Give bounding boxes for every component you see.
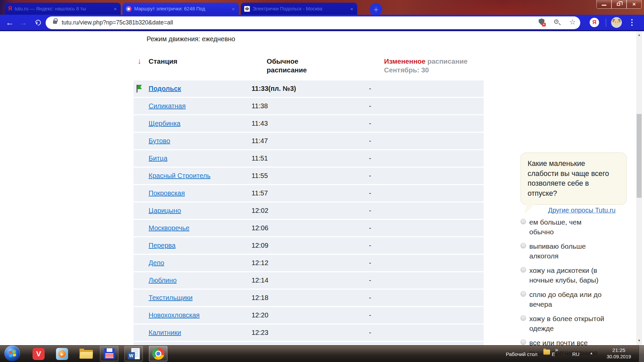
changed-time-cell: -: [369, 172, 371, 180]
scrollbar-up-icon[interactable]: ▲: [636, 32, 642, 38]
tab-yandex-search[interactable]: Я tutu.ru — Яндекс: нашлось 8 ты ×: [5, 3, 121, 15]
poll-option-label[interactable]: хожу в более открытой одежде: [529, 314, 607, 333]
folder-art: [79, 352, 93, 359]
taskbar-media-player-icon[interactable]: ▶: [56, 348, 68, 360]
table-row-partial: [133, 342, 484, 345]
radio-button-icon[interactable]: [521, 340, 526, 345]
show-desktop-button[interactable]: [639, 345, 644, 362]
radio-button-icon[interactable]: [521, 291, 526, 297]
avatar-art: [615, 22, 616, 22]
station-link[interactable]: Бутово: [149, 137, 170, 144]
station-link[interactable]: Царицыно: [149, 207, 181, 214]
changed-time-cell: -: [369, 155, 371, 162]
taskbar-clock[interactable]: 21:25 30.09.2019: [602, 347, 636, 360]
new-tab-button[interactable]: +: [370, 3, 382, 16]
restore-button[interactable]: [611, 0, 627, 9]
toolbar-separator: [606, 18, 606, 27]
menu-dots-icon[interactable]: [631, 19, 633, 27]
lock-icon[interactable]: [53, 20, 57, 24]
station-link[interactable]: Силикатная: [149, 102, 186, 110]
schedule-table: Подольск 11:33(пл. №3) - Силикатная 11:3…: [133, 80, 484, 342]
changed-time-cell: -: [369, 207, 371, 215]
taskbar-floppy-app-button[interactable]: [100, 346, 118, 361]
column-header-usual-schedule: Обычное расписание: [267, 57, 307, 74]
radio-button-icon[interactable]: [521, 243, 526, 248]
scrollbar-thumb[interactable]: [637, 114, 642, 198]
station-cell: Щербинка: [133, 120, 252, 127]
table-row: Щербинка 11:43 -: [133, 115, 484, 132]
usual-time-cell: 11:51: [252, 155, 369, 162]
radio-button-icon[interactable]: [521, 267, 526, 273]
poll-option[interactable]: выпиваю больше алкоголя: [521, 241, 631, 261]
tab-title: Электрички Подольск - Москва: [253, 6, 347, 11]
station-link[interactable]: Калитники: [149, 329, 181, 336]
usual-time-cell: 12:09: [252, 242, 369, 249]
station-link[interactable]: Щербинка: [149, 120, 180, 127]
tab-route-active[interactable]: Маршрут электрички: 6248 Под ×: [122, 3, 239, 15]
radio-button-icon[interactable]: [521, 315, 526, 321]
zoom-page-icon[interactable]: [554, 19, 558, 24]
poll-option[interactable]: ем больше, чем обычно: [521, 217, 631, 237]
station-link[interactable]: Подольск: [149, 85, 181, 92]
other-polls-link[interactable]: Другие опросы Tutu.ru: [548, 206, 615, 214]
sort-direction-icon[interactable]: ↓: [138, 56, 142, 66]
station-link[interactable]: Москворечье: [149, 224, 190, 232]
station-link[interactable]: Текстильщики: [149, 294, 193, 301]
station-link[interactable]: Красный Строитель: [149, 172, 211, 179]
station-link[interactable]: Покровская: [149, 189, 185, 197]
station-cell: Покровская: [133, 189, 252, 197]
table-row: Калитники 12:23 -: [133, 324, 484, 341]
refresh-button[interactable]: [32, 17, 44, 28]
usual-time-cell: 12:14: [252, 277, 369, 284]
station-cell: Люблино: [133, 277, 252, 284]
taskbar-explorer-icon[interactable]: [79, 349, 93, 359]
poll-question-line: слабости вы чаще всего: [528, 169, 620, 179]
profile-avatar[interactable]: [611, 17, 622, 28]
scrollbar-down-icon[interactable]: ▼: [636, 338, 642, 344]
tab-trains-list[interactable]: Ф Электрички Подольск - Москва ×: [241, 3, 357, 15]
table-row: Новохохловская 12:20 -: [133, 307, 484, 323]
bookmark-star-icon[interactable]: ☆: [569, 18, 576, 26]
close-button[interactable]: ×: [627, 0, 642, 9]
table-row: Подольск 11:33(пл. №3) -: [133, 80, 484, 97]
station-link[interactable]: Новохохловская: [149, 311, 200, 319]
poll-option[interactable]: хожу на дискотеки (в ночные клубы, бары): [521, 265, 631, 285]
language-indicator[interactable]: RU: [572, 351, 580, 357]
poll-option-label[interactable]: ем больше, чем обычно: [529, 217, 607, 237]
radio-button-icon[interactable]: [521, 219, 526, 224]
poll-option-label[interactable]: сплю до обеда или до вечера: [529, 290, 607, 309]
station-link[interactable]: Перерва: [149, 242, 175, 249]
toolbar-folder-label[interactable]: Е: [552, 351, 555, 357]
taskbar-chrome-button[interactable]: [149, 346, 167, 361]
refresh-icon: [34, 18, 42, 26]
table-row: Депо 12:12 -: [133, 255, 484, 271]
tab-close-icon[interactable]: ×: [113, 6, 117, 12]
poll-option[interactable]: сплю до обеда или до вечера: [521, 290, 631, 309]
column-header-changed-schedule: Измененное расписание Сентябрь: 30: [384, 57, 468, 74]
taskbar-vivaldi-icon[interactable]: V: [33, 348, 45, 360]
schedule-mode-line: Режим движения: ежедневно: [147, 35, 235, 43]
station-link[interactable]: Люблино: [149, 277, 177, 284]
tab-close-icon[interactable]: ×: [350, 6, 354, 12]
poll-option[interactable]: хожу в более открытой одежде: [521, 314, 631, 333]
station-cell: Силикатная: [133, 102, 252, 110]
yandex-extension-icon[interactable]: Я: [590, 18, 599, 27]
usual-time-cell: 12:12: [252, 259, 369, 267]
url-text[interactable]: tutu.ru/view.php?np=75c381b320&date=all: [62, 19, 173, 26]
toolbar-overflow-chevron[interactable]: »: [555, 347, 558, 353]
back-button[interactable]: ←: [4, 17, 15, 28]
poll-option-label[interactable]: выпиваю больше алкоголя: [529, 241, 607, 261]
station-cell: Подольск: [133, 85, 252, 93]
tray-show-hidden-icon[interactable]: ▲: [590, 351, 593, 355]
toolbar-folder-icon[interactable]: [543, 350, 550, 355]
start-button[interactable]: [4, 346, 20, 361]
forward-button[interactable]: →: [17, 17, 29, 28]
minimize-button[interactable]: [596, 0, 611, 9]
station-link[interactable]: Битца: [149, 155, 167, 162]
station-link[interactable]: Депо: [149, 259, 164, 266]
taskbar-word-button[interactable]: W: [124, 346, 143, 361]
poll-option-label[interactable]: хожу на дискотеки (в ночные клубы, бары): [529, 265, 607, 285]
changed-time-cell: -: [369, 294, 371, 302]
tab-close-icon[interactable]: ×: [231, 6, 235, 12]
changed-time-cell: -: [369, 189, 371, 197]
